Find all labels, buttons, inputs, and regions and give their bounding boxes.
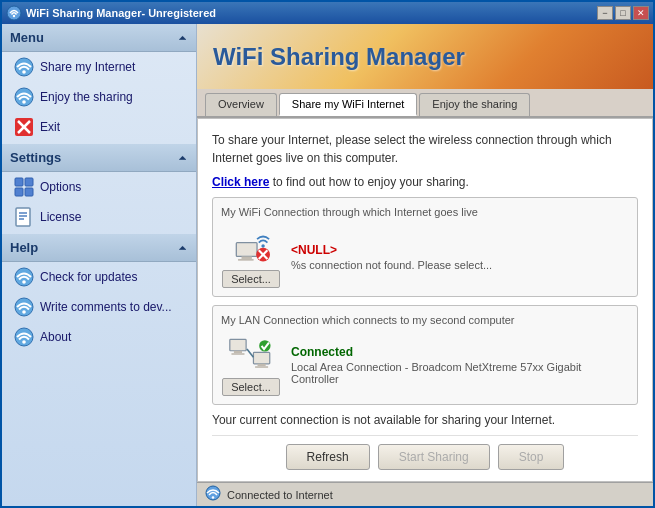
svg-point-26 — [261, 244, 264, 247]
sidebar-item-write-comments[interactable]: Write comments to dev... — [2, 292, 196, 322]
lan-connection-content: Select... Connected Local Area Connectio… — [221, 334, 629, 396]
lan-select-button[interactable]: Select... — [222, 378, 280, 396]
sidebar-label-about: About — [40, 330, 71, 344]
svg-rect-25 — [238, 259, 254, 261]
svg-line-36 — [247, 349, 254, 357]
options-icon — [14, 177, 34, 197]
wifi-select-button[interactable]: Select... — [222, 270, 280, 288]
enjoy-sharing-icon — [14, 87, 34, 107]
help-collapse-icon: ⏶ — [178, 242, 188, 253]
svg-rect-9 — [15, 178, 23, 186]
settings-header-text: Settings — [10, 150, 61, 165]
svg-rect-12 — [25, 188, 33, 196]
wifi-status: <NULL> — [291, 243, 629, 257]
lan-status: Connected — [291, 345, 629, 359]
app-icon — [6, 5, 22, 21]
lan-icon — [227, 334, 275, 374]
tabs-bar: Overview Share my WiFi Internet Enjoy th… — [197, 89, 653, 118]
status-bar: Connected to Internet — [197, 482, 653, 506]
button-bar: Refresh Start Sharing Stop — [212, 435, 638, 478]
about-icon — [14, 327, 34, 347]
svg-rect-31 — [234, 351, 242, 353]
menu-header[interactable]: Menu ⏶ — [2, 24, 196, 52]
refresh-button[interactable]: Refresh — [286, 444, 370, 470]
svg-point-18 — [22, 280, 26, 284]
svg-point-37 — [259, 340, 270, 351]
click-here-suffix: to find out how to enjoy your sharing. — [269, 175, 468, 189]
svg-rect-30 — [230, 339, 246, 350]
wifi-section-title: My WiFi Connection through which Interne… — [221, 206, 629, 218]
sidebar-item-exit[interactable]: Exit — [2, 112, 196, 142]
sidebar-label-check-updates: Check for updates — [40, 270, 137, 284]
svg-rect-11 — [15, 188, 23, 196]
title-bar-text: WiFi Sharing Manager- Unregistered — [26, 7, 216, 19]
sidebar-item-about[interactable]: About — [2, 322, 196, 352]
lan-section-title: My LAN Connection which connects to my s… — [221, 314, 629, 326]
svg-rect-32 — [231, 353, 244, 355]
sidebar-label-enjoy-sharing: Enjoy the sharing — [40, 90, 133, 104]
right-panel: WiFi Sharing Manager Overview Share my W… — [197, 24, 653, 506]
status-bar-text: Connected to Internet — [227, 489, 333, 501]
lan-desc: Local Area Connection - Broadcom NetXtre… — [291, 361, 629, 385]
exit-icon — [14, 117, 34, 137]
menu-header-text: Menu — [10, 30, 44, 45]
status-message: Your current connection is not available… — [212, 413, 638, 427]
sidebar-label-write-comments: Write comments to dev... — [40, 300, 172, 314]
menu-section: Menu ⏶ Share my Internet — [2, 24, 196, 142]
svg-point-3 — [22, 70, 26, 74]
wifi-connection-content: Select... <NULL> %s connection not found… — [221, 226, 629, 288]
svg-point-5 — [22, 100, 26, 104]
svg-point-1 — [13, 15, 15, 17]
sidebar-item-enjoy-sharing[interactable]: Enjoy the sharing — [2, 82, 196, 112]
content-area: To share your Internet, please select th… — [197, 118, 653, 482]
svg-rect-13 — [16, 208, 30, 226]
sidebar-label-exit: Exit — [40, 120, 60, 134]
svg-point-20 — [22, 310, 26, 314]
help-header-text: Help — [10, 240, 38, 255]
svg-rect-24 — [242, 256, 252, 259]
tab-enjoy-sharing[interactable]: Enjoy the sharing — [419, 93, 530, 116]
start-sharing-button[interactable]: Start Sharing — [378, 444, 490, 470]
wifi-desc: %s connection not found. Please select..… — [291, 259, 629, 271]
right-header: WiFi Sharing Manager — [197, 24, 653, 89]
help-header[interactable]: Help ⏶ — [2, 234, 196, 262]
wifi-icon-area: Select... — [221, 226, 281, 288]
maximize-button[interactable]: □ — [615, 6, 631, 20]
title-bar: WiFi Sharing Manager- Unregistered − □ ✕ — [2, 2, 653, 24]
sidebar: Menu ⏶ Share my Internet — [2, 24, 197, 506]
tab-overview[interactable]: Overview — [205, 93, 277, 116]
status-bar-icon — [205, 485, 221, 504]
right-title: WiFi Sharing Manager — [213, 43, 465, 71]
sidebar-item-options[interactable]: Options — [2, 172, 196, 202]
click-here-link[interactable]: Click here — [212, 175, 269, 189]
sidebar-item-license[interactable]: License — [2, 202, 196, 232]
check-updates-icon — [14, 267, 34, 287]
svg-point-39 — [212, 496, 215, 499]
share-internet-icon — [14, 57, 34, 77]
main-window: WiFi Sharing Manager- Unregistered − □ ✕… — [0, 0, 655, 508]
sidebar-label-share-internet: Share my Internet — [40, 60, 135, 74]
click-here-line: Click here to find out how to enjoy your… — [212, 175, 638, 189]
title-bar-buttons: − □ ✕ — [597, 6, 649, 20]
tab-share-wifi[interactable]: Share my WiFi Internet — [279, 93, 417, 116]
stop-button[interactable]: Stop — [498, 444, 565, 470]
wifi-icon — [227, 226, 275, 266]
license-icon — [14, 207, 34, 227]
close-button[interactable]: ✕ — [633, 6, 649, 20]
settings-collapse-icon: ⏶ — [178, 152, 188, 163]
wifi-connection-details: <NULL> %s connection not found. Please s… — [291, 243, 629, 271]
wifi-connection-box: My WiFi Connection through which Interne… — [212, 197, 638, 297]
write-comments-icon — [14, 297, 34, 317]
settings-header[interactable]: Settings ⏶ — [2, 144, 196, 172]
svg-rect-23 — [236, 243, 257, 257]
sidebar-item-check-updates[interactable]: Check for updates — [2, 262, 196, 292]
sidebar-label-options: Options — [40, 180, 81, 194]
svg-rect-33 — [253, 352, 269, 363]
sidebar-item-share-internet[interactable]: Share my Internet — [2, 52, 196, 82]
minimize-button[interactable]: − — [597, 6, 613, 20]
svg-rect-34 — [258, 364, 266, 366]
help-section: Help ⏶ Check for updates — [2, 234, 196, 352]
lan-connection-box: My LAN Connection which connects to my s… — [212, 305, 638, 405]
svg-point-22 — [22, 340, 26, 344]
settings-section: Settings ⏶ Options — [2, 144, 196, 232]
